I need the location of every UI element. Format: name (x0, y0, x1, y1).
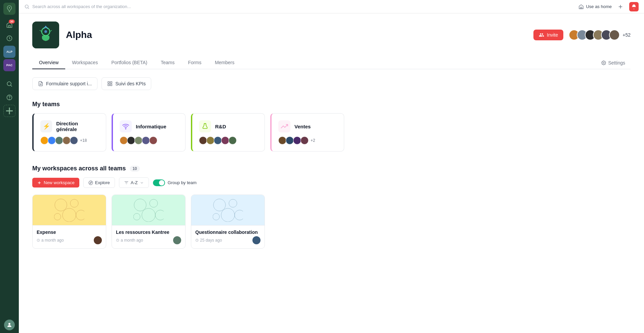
team-icon-direction: ⚡ (40, 120, 52, 132)
sidebar-workspace-alp[interactable]: ALP (3, 46, 15, 58)
svg-point-40 (235, 210, 243, 220)
workspace-card-expense[interactable]: Expense a month ago (32, 195, 106, 249)
team-header: R&D (199, 120, 258, 132)
team-icon-informatique (120, 120, 132, 132)
sidebar-clock-icon[interactable] (3, 32, 15, 44)
app-logo[interactable] (3, 3, 15, 15)
sidebar: 30 ALP PAC (0, 0, 19, 333)
svg-point-14 (603, 62, 605, 64)
workspace-card-questionnaire[interactable]: Questionnaire collaboration 25 days ago (191, 195, 265, 249)
tab-portfolios[interactable]: Portfolios (BETA) (105, 56, 154, 69)
workspace-card-bg (191, 195, 265, 225)
pattern (54, 198, 84, 222)
members-avatars[interactable]: +52 (569, 30, 631, 40)
team-member-avatar (142, 136, 150, 144)
new-workspace-button[interactable]: New workspace (32, 178, 79, 188)
team-card-ventes[interactable]: Ventes +2 (270, 113, 344, 152)
team-header: Informatique (120, 120, 178, 132)
team-card-rnd[interactable]: R&D (191, 113, 265, 152)
workspace-card-meta: a month ago (37, 236, 102, 244)
sidebar-help-icon[interactable] (3, 91, 15, 103)
team-name-direction: Direction générale (56, 121, 99, 132)
workspace-name-questionnaire: Questionnaire collaboration (195, 230, 260, 235)
search-bar[interactable]: Search across all workspaces of the orga… (24, 4, 576, 9)
org-info: Alpha (32, 22, 92, 48)
org-logo (32, 22, 59, 48)
member-avatar (609, 30, 620, 40)
sort-button[interactable]: A-Z (119, 177, 149, 188)
workspace-card-body: Expense a month ago (33, 225, 106, 248)
use-as-home-button[interactable]: Use as home (578, 4, 612, 9)
svg-point-29 (54, 213, 61, 220)
notification-button[interactable] (629, 2, 639, 11)
user-plus-icon (539, 32, 544, 38)
team-member-avatar (127, 136, 135, 144)
toggle-switch[interactable] (153, 179, 165, 186)
sidebar-search-icon[interactable] (3, 78, 15, 90)
workspace-card-meta: a month ago (116, 236, 181, 244)
svg-point-21 (125, 128, 126, 129)
team-name-rnd: R&D (215, 124, 226, 129)
svg-rect-1 (9, 26, 10, 28)
sort-icon (124, 180, 129, 185)
plus-icon (617, 4, 623, 10)
team-members-count-ventes: +2 (311, 138, 315, 143)
workspace-card-bg (33, 195, 106, 225)
workspaces-header: My workspaces across all teams 10 (32, 165, 631, 172)
tab-overview[interactable]: Overview (32, 56, 65, 69)
settings-button[interactable]: Settings (596, 57, 631, 69)
team-member-avatar (199, 136, 207, 144)
form-link-kpis[interactable]: Suivi des KPIs (102, 77, 151, 90)
compass-icon (88, 180, 93, 185)
add-button[interactable] (616, 2, 625, 11)
team-member-avatar (300, 136, 309, 144)
workspaces-title: My workspaces across all teams (32, 165, 126, 172)
bell-icon (631, 4, 637, 9)
teams-grid: ⚡ Direction générale +18 (32, 113, 631, 152)
org-logo-icon (32, 22, 59, 48)
user-avatar[interactable] (4, 320, 15, 330)
workspace-time-expense: a month ago (37, 238, 64, 243)
tab-members[interactable]: Members (208, 56, 241, 69)
svg-point-37 (213, 199, 226, 211)
team-card-informatique[interactable]: Informatique (112, 113, 186, 152)
pattern (133, 198, 164, 222)
tab-workspaces[interactable]: Workspaces (65, 56, 105, 69)
svg-point-7 (25, 5, 28, 8)
workspace-card-ressources[interactable]: Les ressources Kantree a month ago (112, 195, 186, 249)
team-member-avatar (221, 136, 229, 144)
explore-button[interactable]: Explore (83, 177, 115, 188)
svg-marker-24 (90, 182, 91, 183)
svg-point-28 (76, 210, 84, 220)
trending-up-icon (281, 123, 288, 130)
team-member-avatar (229, 136, 237, 144)
team-card-direction[interactable]: ⚡ Direction générale +18 (32, 113, 106, 152)
form-link-support[interactable]: Formulaire support i... (32, 77, 97, 90)
pattern (213, 198, 243, 222)
search-icon (24, 4, 30, 9)
team-member-avatar (70, 136, 78, 144)
team-member-avatar (286, 136, 294, 144)
group-by-team-toggle[interactable]: Group by team (153, 179, 197, 186)
grid-icon (107, 81, 113, 86)
workspaces-toolbar: New workspace Explore A-Z (32, 177, 631, 188)
workspace-card-body: Questionnaire collaboration 25 days ago (191, 225, 265, 248)
workspace-time-questionnaire: 25 days ago (195, 238, 222, 243)
workspace-card-bg (112, 195, 185, 225)
tab-teams[interactable]: Teams (154, 56, 181, 69)
sidebar-workspace-pac[interactable]: PAC (3, 59, 15, 71)
sidebar-home-icon[interactable]: 30 (3, 19, 15, 31)
svg-point-3 (7, 82, 11, 86)
workspaces-grid: Expense a month ago (32, 195, 631, 249)
team-member-avatar (214, 136, 222, 144)
doc-icon (38, 81, 43, 86)
team-name-informatique: Informatique (136, 124, 166, 129)
invite-button[interactable]: Invite (533, 30, 563, 40)
workspace-time-ressources: a month ago (116, 238, 143, 243)
svg-point-11 (44, 30, 47, 33)
sidebar-add-icon[interactable] (3, 105, 15, 117)
svg-point-27 (63, 208, 76, 222)
svg-point-0 (9, 7, 10, 8)
tab-forms[interactable]: Forms (181, 56, 208, 69)
team-header: Ventes (278, 120, 337, 132)
